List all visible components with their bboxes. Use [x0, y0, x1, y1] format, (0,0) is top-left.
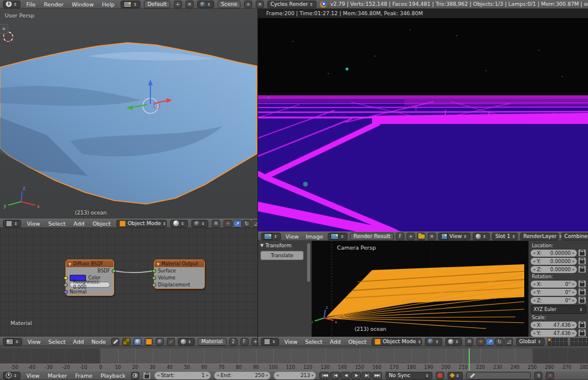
lock-location-z-button[interactable] — [578, 265, 586, 273]
manipulator-rotate-button[interactable]: ↻ — [242, 220, 251, 227]
node-diffuse-bsdf[interactable]: ▼ Diffuse BSDF BSDF Color Roughness: 0.0… — [66, 260, 114, 296]
layer-toggle[interactable] — [583, 338, 586, 341]
layer-toggle[interactable] — [564, 342, 568, 346]
menu-view[interactable]: View — [25, 220, 43, 227]
play-reverse-button[interactable]: ◀ — [341, 372, 350, 379]
location-x-field[interactable]: ◂X:0.00000▸ — [531, 250, 577, 257]
menu-view[interactable]: View — [283, 233, 301, 240]
next-keyframe-button[interactable]: ▶| — [362, 372, 372, 379]
fake-user-button[interactable]: F — [396, 233, 404, 240]
lock-location-x-button[interactable] — [578, 249, 586, 257]
menu-add[interactable]: Add — [71, 220, 87, 227]
active-keying-set-field[interactable] — [466, 372, 531, 379]
menu-view[interactable]: View — [24, 372, 42, 379]
editor-type-selector-3dview[interactable] — [261, 338, 279, 346]
manipulator-axes-button[interactable]: ✛ — [223, 220, 232, 227]
manipulator-scale-button[interactable]: ◿ — [252, 220, 257, 227]
viewport-shading-dropdown[interactable] — [425, 338, 442, 346]
collapse-icon[interactable]: ▼ — [260, 243, 263, 248]
menu-select[interactable]: Select — [46, 220, 68, 227]
scene-field[interactable]: Scene — [218, 1, 240, 8]
rotation-mode-dropdown[interactable]: XYZ Euler — [531, 305, 586, 314]
node-editor-canvas[interactable]: ▼ Diffuse BSDF BSDF Color Roughness: 0.0… — [0, 228, 257, 337]
layer-toggle[interactable] — [548, 342, 551, 346]
material-users-button[interactable]: 2 — [229, 338, 238, 346]
layout-delete-button[interactable]: ✕ — [185, 1, 194, 8]
toolshelf-expand-tab[interactable]: + — [0, 24, 8, 34]
lock-scale-x-button[interactable] — [578, 321, 586, 329]
tree-type-brush-button[interactable] — [111, 338, 119, 346]
scene-delete-button[interactable]: ✕ — [256, 1, 264, 8]
snap-button[interactable]: ⊞ — [465, 338, 473, 346]
jump-to-end-button[interactable]: ▶▶| — [372, 372, 382, 379]
editor-type-selector-image[interactable] — [261, 233, 281, 240]
delete-keyframe-button[interactable]: ✕ — [546, 372, 554, 379]
material-add-button[interactable]: + — [252, 338, 257, 346]
editor-type-selector-info[interactable]: i — [3, 1, 20, 8]
shader-type-line-button[interactable]: — — [167, 338, 175, 346]
socket-roughness-in[interactable] — [64, 283, 68, 287]
material-fake-user-button[interactable]: F — [240, 338, 249, 346]
rotation-y-field[interactable]: ◂Y:0°▸ — [531, 289, 577, 296]
viewport-camera[interactable]: z y x Camera Persp (213) ocean ▼ Transfo… — [258, 241, 588, 346]
preview-range-button[interactable] — [131, 372, 139, 379]
lock-scale-y-button[interactable] — [578, 329, 586, 337]
socket-surface-in[interactable] — [152, 269, 156, 273]
menu-select[interactable]: Select — [46, 338, 68, 345]
socket-volume-in[interactable] — [152, 276, 156, 280]
menu-marker[interactable]: Marker — [46, 372, 70, 379]
scale-x-field[interactable]: ◂X:47.436▸ — [531, 322, 577, 329]
manipulator-rotate-button[interactable]: ↻ — [495, 338, 504, 346]
menu-render[interactable]: Render — [42, 1, 66, 8]
editor-type-selector-timeline[interactable] — [3, 372, 20, 379]
render-layer-dropdown[interactable]: RenderLayer — [520, 233, 559, 240]
layer-toggle[interactable] — [560, 342, 563, 346]
mode-dropdown[interactable]: Object Mode — [372, 338, 422, 346]
manipulator-translate-button[interactable]: ↗ — [486, 338, 494, 346]
screen-layout-field[interactable]: Default — [144, 1, 170, 8]
material-name-field[interactable]: Material — [198, 338, 226, 346]
menu-playback[interactable]: Playback — [98, 372, 128, 379]
viewport-3d-canvas[interactable]: z y x — [0, 9, 257, 219]
layer-toggle[interactable] — [548, 338, 551, 341]
rotation-x-field[interactable]: ◂X:0°▸ — [531, 281, 577, 288]
frame-start-field[interactable]: ◂Start:1▸ — [154, 372, 211, 379]
layer-toggle[interactable] — [556, 342, 559, 346]
render-engine-dropdown[interactable]: Cycles Render — [267, 1, 317, 8]
roughness-slider[interactable]: Roughness: 0.000 — [70, 282, 110, 288]
pivot-point-dropdown[interactable] — [191, 220, 208, 227]
menu-window[interactable]: Window — [70, 1, 96, 8]
timeline-track[interactable] — [0, 348, 588, 364]
scale-y-field[interactable]: ◂Y:47.436▸ — [531, 330, 577, 337]
menu-object[interactable]: Object — [90, 220, 113, 227]
image-editor[interactable]: Frame:200 | Time:01:27.12 | Mem:346.80M,… — [258, 9, 588, 241]
layer-toggle[interactable] — [579, 342, 582, 346]
manipulator-scale-button[interactable]: ◿ — [504, 338, 513, 346]
viewport-shading-dropdown[interactable] — [170, 220, 188, 227]
jump-to-start-button[interactable]: |◀◀ — [319, 372, 329, 379]
layer-toggle[interactable] — [575, 338, 578, 341]
socket-color-in[interactable] — [64, 276, 68, 280]
socket-displacement-in[interactable] — [152, 283, 156, 287]
layer-toggle[interactable] — [552, 342, 555, 346]
translate-button[interactable]: Translate — [260, 251, 304, 260]
lock-rotation-y-button[interactable] — [578, 288, 586, 296]
socket-bsdf-out[interactable] — [112, 269, 116, 273]
menu-file[interactable]: File — [24, 1, 38, 8]
keying-set-dropdown[interactable] — [448, 372, 463, 379]
menu-object[interactable]: Object — [346, 338, 369, 345]
image-unlink-button[interactable]: ✕ — [428, 233, 436, 240]
pivot-point-dropdown[interactable] — [445, 338, 462, 346]
node-link-bsdf-surface[interactable] — [113, 271, 154, 272]
node-material-output[interactable]: ▼ Material Output Surface Volume Displac… — [154, 260, 205, 289]
lock-rotation-x-button[interactable] — [578, 280, 586, 288]
manipulator-translate-button[interactable]: ↗ — [233, 220, 242, 227]
material-browse-dropdown[interactable] — [178, 338, 195, 346]
image-add-button[interactable]: + — [407, 233, 415, 240]
editor-type-selector-node[interactable] — [3, 338, 22, 346]
node-editor[interactable]: ▼ Diffuse BSDF BSDF Color Roughness: 0.0… — [0, 228, 257, 346]
lock-rotation-z-button[interactable] — [578, 296, 586, 304]
ocean-mesh-object[interactable] — [0, 43, 257, 204]
image-browse-dropdown[interactable] — [328, 233, 348, 240]
menu-view[interactable]: View — [282, 338, 300, 345]
